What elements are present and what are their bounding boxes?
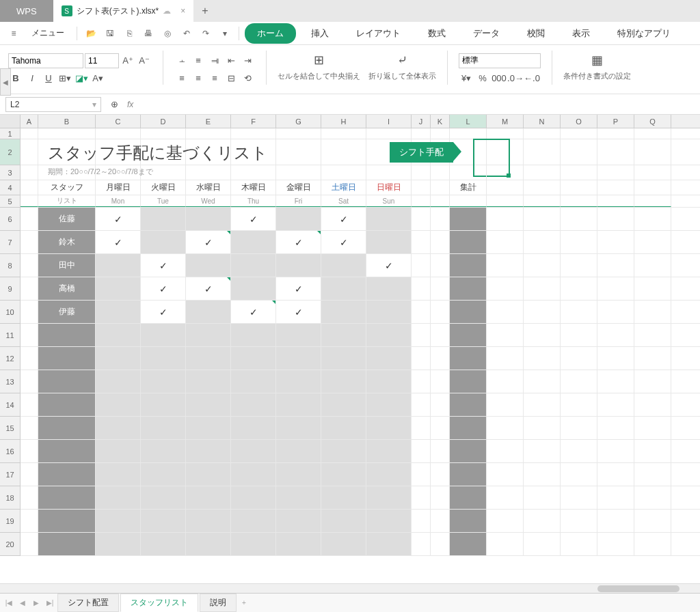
total-cell[interactable] xyxy=(450,277,487,300)
shift-cell[interactable]: ✓ xyxy=(186,277,231,300)
col-header-C[interactable]: C xyxy=(96,115,141,128)
shift-cell[interactable] xyxy=(276,440,321,462)
shift-cell[interactable] xyxy=(366,231,412,253)
shift-cell[interactable] xyxy=(96,347,141,370)
shift-cell[interactable] xyxy=(231,393,276,416)
total-cell[interactable] xyxy=(450,486,487,509)
shift-cell[interactable] xyxy=(231,254,276,277)
shift-cell[interactable] xyxy=(321,486,366,509)
sheet-nav-next[interactable]: ▶ xyxy=(30,597,42,609)
shift-cell[interactable] xyxy=(141,231,186,253)
col-header-O[interactable]: O xyxy=(561,115,597,128)
row-header-1[interactable]: 1 xyxy=(0,128,21,139)
cell[interactable] xyxy=(524,128,561,139)
tab-data[interactable]: データ xyxy=(461,23,512,44)
total-cell[interactable] xyxy=(450,347,487,370)
total-cell[interactable] xyxy=(450,463,487,486)
row-header-8[interactable]: 8 xyxy=(0,254,21,277)
orientation-icon[interactable]: ⟲ xyxy=(240,71,255,86)
col-header-D[interactable]: D xyxy=(141,115,186,128)
total-cell[interactable] xyxy=(450,324,487,346)
shift-cell[interactable]: ✓ xyxy=(141,277,186,300)
wps-button[interactable]: WPS xyxy=(0,0,53,22)
number-format-select[interactable] xyxy=(459,53,541,68)
shift-cell[interactable] xyxy=(141,370,186,393)
shift-cell[interactable] xyxy=(321,277,366,300)
hamburger-icon[interactable]: ≡ xyxy=(5,25,22,42)
shift-cell[interactable] xyxy=(96,417,141,439)
shift-cell[interactable] xyxy=(276,254,321,277)
shift-cell[interactable] xyxy=(186,347,231,370)
shift-cell[interactable] xyxy=(366,533,412,555)
row-header-11[interactable]: 11 xyxy=(0,324,21,347)
row-header-18[interactable]: 18 xyxy=(0,486,21,510)
cell[interactable] xyxy=(524,139,561,165)
shift-cell[interactable] xyxy=(321,347,366,370)
cell[interactable] xyxy=(487,128,524,139)
shift-cell[interactable] xyxy=(366,370,412,393)
shift-cell[interactable] xyxy=(96,301,141,323)
shift-cell[interactable]: ✓ xyxy=(141,301,186,323)
shift-cell[interactable] xyxy=(96,463,141,486)
cell[interactable] xyxy=(450,128,487,139)
indent-dec-icon[interactable]: ⇤ xyxy=(224,53,239,68)
tab-view[interactable]: 表示 xyxy=(560,23,602,44)
align-middle-icon[interactable]: ≡ xyxy=(191,53,206,68)
cell[interactable] xyxy=(231,165,276,180)
shift-cell[interactable] xyxy=(141,463,186,486)
cell[interactable] xyxy=(21,139,38,165)
name-box[interactable]: L2 ▾ xyxy=(5,97,101,112)
shift-cell[interactable] xyxy=(321,533,366,555)
shift-cell[interactable]: ✓ xyxy=(276,277,321,300)
cell[interactable] xyxy=(186,165,231,180)
col-header-L[interactable]: L xyxy=(450,115,487,128)
cell[interactable] xyxy=(321,139,366,165)
increase-font-icon[interactable]: A⁺ xyxy=(120,53,135,68)
add-sheet-button[interactable]: + xyxy=(238,597,250,609)
dec-decimal-icon[interactable]: ←.0 xyxy=(524,71,539,86)
cell[interactable] xyxy=(431,165,450,180)
tab-home[interactable]: ホーム xyxy=(245,23,296,44)
cell[interactable] xyxy=(561,128,597,139)
col-header-N[interactable]: N xyxy=(524,115,561,128)
cell[interactable] xyxy=(321,128,366,139)
shift-cell[interactable] xyxy=(366,393,412,416)
cell[interactable] xyxy=(276,128,321,139)
shift-cell[interactable] xyxy=(366,347,412,370)
row-header-9[interactable]: 9 xyxy=(0,277,21,301)
side-panel-toggle[interactable]: ◀ xyxy=(0,68,11,96)
inc-decimal-icon[interactable]: .0→ xyxy=(508,71,523,86)
shift-cell[interactable]: ✓ xyxy=(231,301,276,323)
shift-cell[interactable] xyxy=(366,301,412,323)
sheet-nav-prev[interactable]: ◀ xyxy=(16,597,29,609)
col-header-J[interactable]: J xyxy=(412,115,431,128)
shift-cell[interactable] xyxy=(141,324,186,346)
tab-formula[interactable]: 数式 xyxy=(416,23,458,44)
shift-cell[interactable] xyxy=(186,254,231,277)
staff-name-empty[interactable] xyxy=(38,486,96,509)
staff-name-empty[interactable] xyxy=(38,347,96,370)
close-tab-icon[interactable]: × xyxy=(180,6,185,16)
shift-cell[interactable] xyxy=(231,417,276,439)
cell[interactable] xyxy=(597,165,634,180)
cell[interactable] xyxy=(366,128,412,139)
comma-icon[interactable]: 000 xyxy=(492,71,507,86)
shift-cell[interactable] xyxy=(321,393,366,416)
shift-cell[interactable] xyxy=(141,393,186,416)
row-header-4[interactable]: 4 xyxy=(0,180,21,195)
total-cell[interactable] xyxy=(450,510,487,532)
cell[interactable] xyxy=(561,165,597,180)
shift-cell[interactable] xyxy=(96,533,141,555)
shift-cell[interactable] xyxy=(141,486,186,509)
staff-name[interactable]: 伊藤 xyxy=(38,301,96,323)
cell[interactable] xyxy=(186,128,231,139)
dropdown-icon[interactable]: ▾ xyxy=(217,25,233,42)
shift-cell[interactable] xyxy=(186,510,231,532)
cell[interactable] xyxy=(38,128,96,139)
cell[interactable] xyxy=(412,128,431,139)
shift-cell[interactable] xyxy=(366,440,412,462)
cell[interactable] xyxy=(561,139,597,165)
col-header-G[interactable]: G xyxy=(276,115,321,128)
shift-cell[interactable] xyxy=(276,463,321,486)
cell[interactable] xyxy=(21,165,38,180)
